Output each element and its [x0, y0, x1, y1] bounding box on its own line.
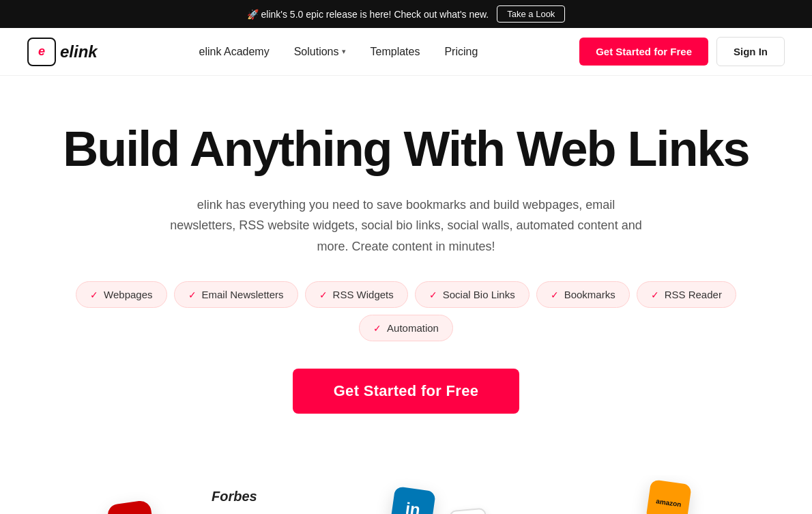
get-started-button[interactable]: Get Started for Free	[579, 38, 708, 66]
check-icon: ✓	[373, 323, 381, 334]
nav-actions: Get Started for Free Sign In	[579, 37, 785, 66]
check-icon: ✓	[188, 289, 197, 300]
floating-icons-section: CNN TED Forbes in T amazon P ♫ https://w…	[0, 475, 812, 514]
check-icon: ✓	[90, 289, 98, 300]
nav-item-solutions[interactable]: Solutions ▾	[294, 46, 346, 58]
badge-email-newsletters[interactable]: ✓ Email Newsletters	[174, 281, 298, 308]
logo-icon: e	[27, 38, 56, 66]
chevron-down-icon: ▾	[342, 47, 346, 56]
nyt-icon: T	[449, 508, 489, 514]
nav-link-pricing[interactable]: Pricing	[444, 46, 478, 58]
feature-badges: ✓ Webpages ✓ Email Newsletters ✓ RSS Wid…	[58, 281, 754, 341]
badge-rss-widgets[interactable]: ✓ RSS Widgets	[305, 281, 408, 308]
top-banner: 🚀 elink's 5.0 epic release is here! Chec…	[0, 0, 812, 28]
banner-cta-button[interactable]: Take a Look	[497, 5, 565, 23]
badge-social-bio-links[interactable]: ✓ Social Bio Links	[415, 281, 530, 308]
logo-link[interactable]: e elink	[27, 38, 98, 66]
check-icon: ✓	[429, 289, 437, 300]
forbes-icon: Forbes	[212, 489, 257, 504]
check-icon: ✓	[319, 289, 328, 300]
banner-text: 🚀 elink's 5.0 epic release is here! Chec…	[247, 9, 489, 20]
hero-subtitle: elink has everything you need to save bo…	[167, 195, 645, 257]
nav-item-academy[interactable]: elink Academy	[199, 46, 270, 58]
nav-item-templates[interactable]: Templates	[371, 46, 420, 58]
hero-cta-button[interactable]: Get Started for Free	[293, 369, 520, 414]
linkedin-icon: in	[390, 486, 436, 514]
nav-link-academy[interactable]: elink Academy	[199, 46, 270, 58]
cta-container: Get Started for Free	[58, 369, 754, 414]
badge-rss-reader[interactable]: ✓ RSS Reader	[637, 281, 736, 308]
nav-link-templates[interactable]: Templates	[371, 46, 420, 58]
logo-text: elink	[60, 42, 98, 61]
amazon-icon: amazon	[646, 479, 692, 514]
hero-section: Build Anything With Web Links elink has …	[31, 76, 781, 475]
nav-item-pricing[interactable]: Pricing	[444, 46, 478, 58]
check-icon: ✓	[651, 289, 659, 300]
nav-link-solutions[interactable]: Solutions ▾	[294, 46, 346, 58]
cnn-icon: CNN	[106, 500, 156, 514]
sign-in-button[interactable]: Sign In	[716, 37, 785, 66]
nav-links: elink Academy Solutions ▾ Templates Pric…	[199, 46, 478, 58]
badge-automation[interactable]: ✓ Automation	[359, 315, 453, 341]
navbar: e elink elink Academy Solutions ▾ Templa…	[0, 28, 812, 76]
badge-webpages[interactable]: ✓ Webpages	[76, 281, 166, 308]
hero-title: Build Anything With Web Links	[58, 124, 754, 175]
badge-bookmarks[interactable]: ✓ Bookmarks	[536, 281, 630, 308]
check-icon: ✓	[551, 289, 559, 300]
